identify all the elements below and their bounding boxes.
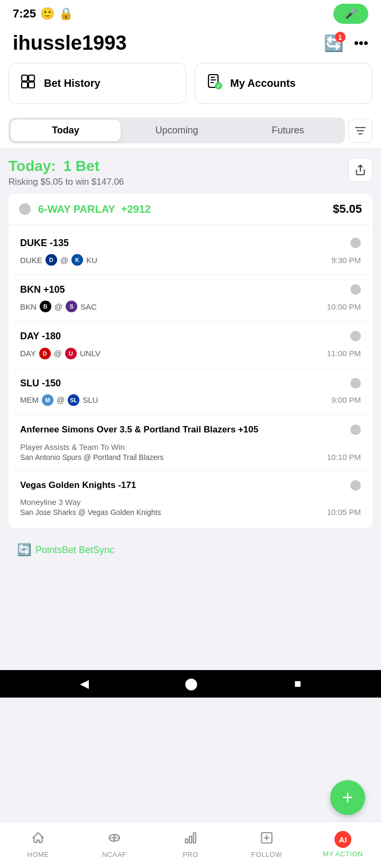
home-button[interactable]: ⬤ <box>185 677 198 691</box>
nav-myaction[interactable]: AI MY ACTION <box>305 822 381 863</box>
bet-game1: San Antonio Spurs @ Portland Trail Blaze… <box>20 453 164 462</box>
header-actions: 🔄 1 ••• <box>324 34 368 52</box>
bet-item-vgk: Vegas Golden Knights -171 Moneyline 3 Wa… <box>14 471 367 526</box>
bet-dot-vgk <box>350 480 361 491</box>
parlay-name: 6-WAY PARLAY +2912 <box>38 203 333 215</box>
bet-top-bkn: BKN +105 <box>20 283 361 296</box>
team1-bkn: BKN <box>20 302 37 311</box>
svg-text:✓: ✓ <box>216 83 221 89</box>
ku-logo: K <box>71 254 83 266</box>
bet-game-vgk: San Jose Sharks @ Vegas Golden Knights <box>20 508 161 517</box>
unlv-logo: U <box>65 348 77 359</box>
svg-rect-1 <box>29 75 34 81</box>
at-bkn: @ <box>55 302 62 311</box>
svg-rect-0 <box>22 75 28 81</box>
status-right: 🎤 <box>333 4 368 24</box>
time: 7:25 <box>13 7 36 21</box>
svg-rect-5 <box>211 77 215 78</box>
more-options-button[interactable]: ••• <box>354 35 368 51</box>
svg-rect-15 <box>189 836 192 843</box>
bet-items: DUKE -135 DUKE D @ K KU 9:30 PM <box>8 225 373 528</box>
nav-ncaaf-label: NCAAF <box>102 851 127 858</box>
bet-pick-duke: DUKE -135 <box>20 237 350 250</box>
main-content: Today: 1 Bet Risking $5.05 to win $147.0… <box>0 149 381 670</box>
header: ihussle1993 🔄 1 ••• <box>0 25 381 63</box>
notifications-button[interactable]: 🔄 1 <box>324 34 343 52</box>
svg-rect-6 <box>211 79 216 80</box>
svg-rect-14 <box>185 839 187 843</box>
bet-prop-vgk: Moneyline 3 Way <box>20 498 161 507</box>
nav-pro-label: PRO <box>183 851 198 858</box>
team2-slu: SLU <box>83 395 98 404</box>
bet-time-bkn: 10:00 PM <box>327 302 361 311</box>
nav-home[interactable]: HOME <box>0 822 76 863</box>
mic-button[interactable]: 🎤 <box>333 4 368 24</box>
tab-upcoming[interactable]: Upcoming <box>122 120 232 141</box>
parlay-amount: $5.05 <box>333 202 362 216</box>
bet-pick-bkn: BKN +105 <box>20 283 350 296</box>
tab-group: Today Upcoming Futures <box>8 117 345 143</box>
betsync-label: PointsBet BetSync <box>35 545 114 556</box>
bet-matchup-day: DAY D @ U UNLV <box>20 348 101 359</box>
back-button[interactable]: ◀ <box>80 677 89 691</box>
ellipsis-icon: ••• <box>354 35 368 51</box>
status-bar: 7:25 🙂 🔒 🎤 <box>0 0 381 25</box>
bet-matchup-bkn: BKN B @ S SAC <box>20 301 97 312</box>
team2-sac: SAC <box>80 302 97 311</box>
status-left: 7:25 🙂 🔒 <box>13 7 73 21</box>
bet-time-slu: 9:00 PM <box>331 395 361 404</box>
bet-item-day: DAY -180 DAY D @ U UNLV 11:00 PM <box>14 321 367 368</box>
bet-dot-slu <box>350 378 361 388</box>
recents-button[interactable]: ■ <box>294 677 301 691</box>
today-header: Today: 1 Bet Risking $5.05 to win $147.0… <box>8 158 373 187</box>
svg-rect-16 <box>193 833 195 843</box>
bet-time-vgk: 10:05 PM <box>327 508 361 517</box>
bet-dot-bkn <box>350 284 361 295</box>
bet-time-duke: 9:30 PM <box>331 256 361 265</box>
android-nav: ◀ ⬤ ■ <box>0 670 381 698</box>
svg-rect-3 <box>29 82 34 88</box>
bet-item-duke: DUKE -135 DUKE D @ K KU 9:30 PM <box>14 228 367 275</box>
parlay-odds: +2912 <box>121 203 151 215</box>
team2-ku: KU <box>86 256 97 265</box>
slu-logo: SL <box>68 394 79 406</box>
bet-item-slu: SLU -150 MEM M @ SL SLU 9:00 PM <box>14 368 367 415</box>
bet-pick-day: DAY -180 <box>20 330 350 343</box>
tab-futures[interactable]: Futures <box>233 120 343 141</box>
bkn-logo: B <box>40 301 51 312</box>
bet-prop-label1: Player Assists & Team To Win <box>20 442 164 451</box>
bet-matchup-duke: DUKE D @ K KU <box>20 254 97 266</box>
bet-count: 1 Bet <box>63 158 99 174</box>
add-bet-button[interactable]: + <box>330 780 365 815</box>
bet-top-vgk: Vegas Golden Knights -171 <box>20 479 361 492</box>
bet-item-prop1: Anfernee Simons Over 3.5 & Portland Trai… <box>14 415 367 471</box>
today-label: Today: <box>8 158 56 174</box>
svg-rect-7 <box>211 82 214 83</box>
betsync: 🔄 PointsBet BetSync <box>8 536 373 564</box>
tab-today[interactable]: Today <box>11 120 121 141</box>
nav-myaction-label: MY ACTION <box>323 850 363 858</box>
share-button[interactable] <box>348 158 373 182</box>
add-icon: + <box>342 786 353 809</box>
bet-matchup-slu: MEM M @ SL SLU <box>20 394 98 406</box>
tab-bar: Today Upcoming Futures <box>0 112 381 149</box>
bet-history-card[interactable]: Bet History <box>8 63 186 104</box>
sync-icon: 🔄 <box>17 543 31 557</box>
my-accounts-card[interactable]: ✓ My Accounts <box>195 63 373 104</box>
at-day: @ <box>54 349 62 358</box>
bet-history-label: Bet History <box>44 77 101 89</box>
home-icon <box>31 831 45 848</box>
bottom-nav: HOME NCAAF PRO FOLLOW AI <box>0 821 381 868</box>
filter-button[interactable] <box>348 119 373 143</box>
nav-ncaaf[interactable]: NCAAF <box>76 822 152 863</box>
action-cards: Bet History ✓ My Accounts <box>0 63 381 112</box>
nav-home-label: HOME <box>28 851 49 858</box>
bet-top-prop1: Anfernee Simons Over 3.5 & Portland Trai… <box>20 423 361 436</box>
nav-pro[interactable]: PRO <box>152 822 229 863</box>
nav-follow[interactable]: FOLLOW <box>229 822 305 863</box>
bet-dot-day <box>350 331 361 341</box>
bet-time-prop1: 10:10 PM <box>327 453 361 462</box>
team1-duke: DUKE <box>20 256 42 265</box>
today-subtitle: Risking $5.05 to win $147.06 <box>8 177 124 187</box>
at-duke: @ <box>60 256 68 265</box>
